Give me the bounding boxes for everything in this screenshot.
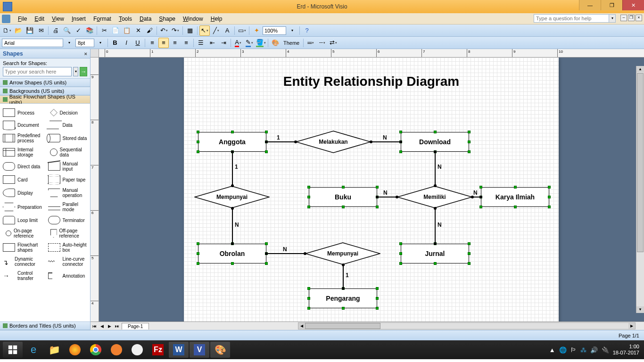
tab-nav-next[interactable]: ▶ <box>106 322 113 330</box>
shape-paper-tape[interactable]: Paper tape <box>45 173 91 186</box>
paste-button[interactable]: 📋 <box>122 25 132 36</box>
doc-restore-button[interactable]: ❐ <box>628 15 635 21</box>
taskbar-explorer[interactable]: 📁 <box>44 342 64 358</box>
shape-manual-operation[interactable]: Manual operation <box>45 186 91 200</box>
shape-decision[interactable]: Decision <box>45 107 91 119</box>
font-color-button[interactable]: A <box>233 38 243 48</box>
horizontal-scrollbar[interactable]: ◀▶ <box>298 322 636 329</box>
shape-line-curve-connector[interactable]: Line-curve connector <box>45 255 91 269</box>
drawing-canvas[interactable]: Entity Relationship Diagram Anggota Down… <box>99 58 644 321</box>
entity-karya-ilmiah[interactable]: Karya Ilmiah <box>481 187 549 207</box>
increase-indent-button[interactable]: ⇥ <box>218 38 229 48</box>
align-justify-button[interactable]: ≡ <box>181 38 191 48</box>
maximize-button[interactable]: ❐ <box>601 0 622 10</box>
diagram-title[interactable]: Entity Relationship Diagram <box>184 74 559 89</box>
zoom-combo[interactable]: 100% <box>263 26 286 35</box>
font-name-dropdown[interactable]: ▾ <box>64 38 74 48</box>
menu-file[interactable]: File <box>14 14 31 24</box>
shape-flowchart-shapes[interactable]: Flowchart shapes <box>0 240 45 255</box>
tray-bluetooth-icon[interactable]: ⁂ <box>580 346 586 354</box>
zoom-dropdown[interactable]: ▾ <box>287 25 297 36</box>
tray-network-icon[interactable]: 🌐 <box>559 346 567 354</box>
entity-obrolan[interactable]: Obrolan <box>198 244 266 263</box>
line-color-button[interactable]: ✎ <box>244 38 255 48</box>
menu-shape[interactable]: Shape <box>155 14 179 24</box>
shape-loop-limit[interactable]: Loop limit <box>0 214 45 226</box>
connection-point-button[interactable]: ✦ <box>251 25 262 36</box>
save-button[interactable]: 💾 <box>25 25 35 36</box>
shape-process[interactable]: Process <box>0 107 45 119</box>
relation-mempunyai-2[interactable]: Mempunyai <box>305 242 380 265</box>
shape-stored-data[interactable]: Stored data <box>45 131 91 145</box>
drawing-page[interactable]: Entity Relationship Diagram Anggota Down… <box>184 58 559 321</box>
theme-icon[interactable]: 🎨 <box>270 38 281 48</box>
taskbar-paint[interactable]: 🎨 <box>210 342 230 358</box>
print-preview-button[interactable]: 🔍 <box>62 25 72 36</box>
entity-download[interactable]: Download <box>401 132 469 152</box>
align-center-button[interactable]: ≡ <box>158 38 169 48</box>
shapes-search-dropdown[interactable]: ▾ <box>73 67 78 76</box>
menu-edit[interactable]: Edit <box>31 14 48 24</box>
rectangle-tool-button[interactable]: ▭ <box>237 25 247 36</box>
entity-jurnal[interactable]: Jurnal <box>401 244 469 263</box>
menu-window[interactable]: Window <box>179 14 207 24</box>
underline-button[interactable]: U <box>132 38 143 48</box>
shapes-pane-close-button[interactable]: × <box>84 51 87 57</box>
menu-tools[interactable]: Tools <box>115 14 136 24</box>
shape-annotation[interactable]: Annotation <box>45 269 91 283</box>
relation-melakukan[interactable]: Melakukan <box>296 131 371 153</box>
email-button[interactable]: ✉ <box>36 25 46 36</box>
line-weight-button[interactable]: ═ <box>305 38 316 48</box>
shape-preparation[interactable]: Preparation <box>0 200 45 214</box>
shape-sequential-data[interactable]: Sequential data <box>45 145 91 159</box>
relation-mempunyai-1[interactable]: Mempunyai <box>194 186 270 208</box>
minimize-button[interactable]: — <box>579 0 601 10</box>
menu-view[interactable]: View <box>48 14 68 24</box>
line-ends-button[interactable]: ⇄ <box>328 38 339 48</box>
shape-control-transfer[interactable]: Control transfer <box>0 269 45 283</box>
relation-memiliki[interactable]: Memiliki <box>397 186 472 208</box>
menu-data[interactable]: Data <box>136 14 155 24</box>
menu-help[interactable]: Help <box>207 14 226 24</box>
shapes-window-button[interactable]: ▦ <box>185 25 195 36</box>
fill-color-button[interactable]: 🪣 <box>256 38 266 48</box>
shape-internal-storage[interactable]: Internal storage <box>0 145 45 159</box>
tray-show-hidden-icon[interactable]: ▲ <box>549 346 555 354</box>
taskbar-firefox[interactable] <box>65 342 85 358</box>
align-left-button[interactable]: ≡ <box>147 38 157 48</box>
tray-battery-icon[interactable]: 🔌 <box>602 346 609 354</box>
menu-format[interactable]: Format <box>90 14 115 24</box>
shapes-search-go-button[interactable]: → <box>80 67 87 76</box>
taskbar-ie[interactable]: e <box>24 342 43 358</box>
doc-close-button[interactable]: × <box>636 15 642 21</box>
format-painter-button[interactable]: 🖌 <box>144 25 155 36</box>
taskbar-word[interactable]: W <box>169 342 189 358</box>
shape-terminator[interactable]: Terminator <box>45 214 91 226</box>
undo-button[interactable]: ↶ <box>159 25 169 36</box>
tab-nav-last[interactable]: ⏭ <box>113 322 121 330</box>
shape-parallel-mode[interactable]: Parallel mode <box>45 200 91 214</box>
entity-anggota[interactable]: Anggota <box>198 132 266 152</box>
stencil-borders-titles[interactable]: Borders and Titles (US units) <box>0 321 90 330</box>
help-search-dropdown[interactable]: ▾ <box>609 14 616 23</box>
taskbar-chrome[interactable] <box>86 342 106 358</box>
taskbar-visio[interactable]: V <box>190 342 209 358</box>
shapes-search-input[interactable] <box>3 67 72 76</box>
delete-button[interactable]: ✕ <box>133 25 143 36</box>
font-size-dropdown[interactable]: ▾ <box>95 38 106 48</box>
help-search-input[interactable] <box>534 14 609 23</box>
doc-minimize-button[interactable]: – <box>620 15 627 21</box>
taskbar-app-2[interactable] <box>127 342 147 358</box>
new-button[interactable]: 🗋 <box>2 25 12 36</box>
italic-button[interactable]: I <box>121 38 132 48</box>
cut-button[interactable]: ✂ <box>99 25 109 36</box>
line-pattern-button[interactable]: ┄ <box>317 38 327 48</box>
bullets-button[interactable]: ☰ <box>196 38 206 48</box>
theme-label[interactable]: Theme <box>283 40 299 46</box>
entity-buku[interactable]: Buku <box>309 187 377 207</box>
font-name-combo[interactable]: Arial <box>2 39 63 47</box>
visio-icon[interactable] <box>2 15 10 23</box>
spelling-button[interactable]: ✓ <box>73 25 83 36</box>
help-button[interactable]: ? <box>302 25 312 36</box>
shape-data[interactable]: Data <box>45 119 91 131</box>
